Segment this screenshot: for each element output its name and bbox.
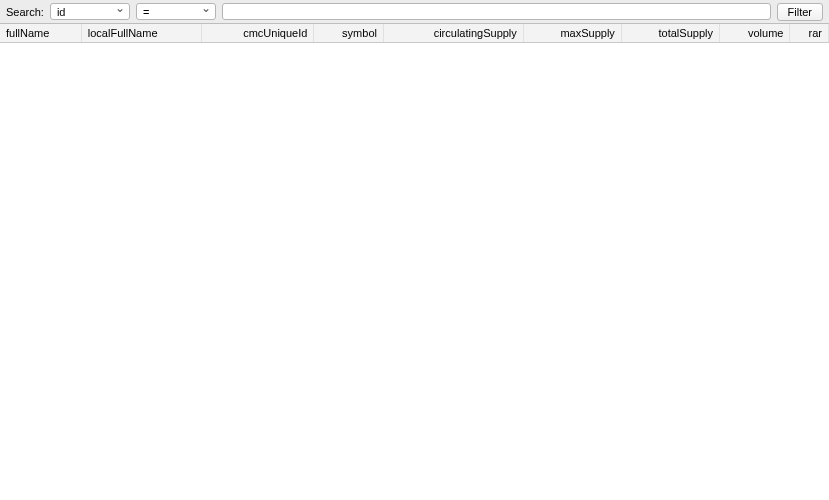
search-input[interactable] (222, 3, 771, 20)
col-totalSupply[interactable]: totalSupply (621, 24, 719, 43)
col-maxSupply[interactable]: maxSupply (523, 24, 621, 43)
col-localFullName[interactable]: localFullName (81, 24, 201, 43)
filter-button-label: Filter (788, 6, 812, 18)
filter-button[interactable]: Filter (777, 3, 823, 21)
field-select-value: id (57, 6, 66, 18)
operator-select-value: = (143, 6, 149, 18)
header-row: fullNamelocalFullNamecmcUniqueIdsymbolci… (0, 24, 829, 43)
col-symbol[interactable]: symbol (314, 24, 384, 43)
operator-select[interactable]: = (136, 3, 216, 20)
col-rar[interactable]: rar (790, 24, 829, 43)
table-viewport[interactable]: fullNamelocalFullNamecmcUniqueIdsymbolci… (0, 24, 829, 498)
search-label: Search: (6, 6, 44, 18)
search-input-wrap (222, 3, 771, 20)
col-circulatingSupply[interactable]: circulatingSupply (383, 24, 523, 43)
search-toolbar: Search: id = Filter (0, 0, 829, 24)
data-table: fullNamelocalFullNamecmcUniqueIdsymbolci… (0, 24, 829, 43)
col-fullName[interactable]: fullName (0, 24, 81, 43)
col-cmcUniqueId[interactable]: cmcUniqueId (202, 24, 314, 43)
col-volume[interactable]: volume (719, 24, 790, 43)
field-select[interactable]: id (50, 3, 130, 20)
